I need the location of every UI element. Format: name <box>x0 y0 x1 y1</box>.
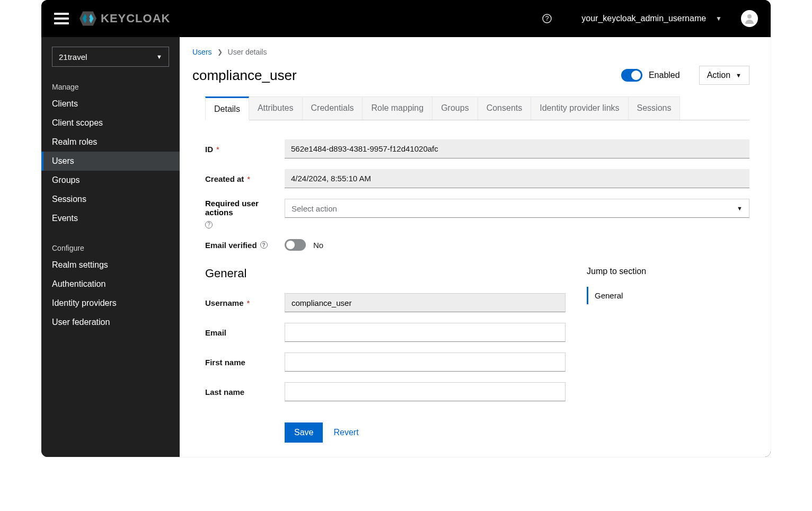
realm-name: 21travel <box>59 52 87 61</box>
last-name-label: Last name <box>205 387 244 397</box>
required-user-actions-label: Required user actions <box>205 199 285 217</box>
topbar: KEYCLOAK ? your_keycloak_admin_username … <box>41 0 771 37</box>
tab-groups[interactable]: Groups <box>433 96 478 120</box>
realm-selector[interactable]: 21travel ▼ <box>52 47 169 67</box>
id-label: ID <box>205 145 213 154</box>
help-icon[interactable]: ? <box>260 241 268 249</box>
select-placeholder: Select action <box>292 204 337 213</box>
sidebar-item-realm-settings[interactable]: Realm settings <box>41 256 180 275</box>
logo-text: KEYCLOAK <box>101 12 170 25</box>
breadcrumb-users-link[interactable]: Users <box>192 48 212 56</box>
user-menu[interactable]: your_keycloak_admin_username ▼ <box>581 14 722 23</box>
page-title: compliance_user <box>192 67 297 84</box>
save-button[interactable]: Save <box>285 422 323 443</box>
enabled-label: Enabled <box>649 71 680 80</box>
sidebar: 21travel ▼ Manage Clients Client scopes … <box>41 37 180 457</box>
action-dropdown[interactable]: Action ▼ <box>699 66 749 85</box>
email-verified-toggle[interactable] <box>285 239 306 251</box>
keycloak-logo-icon <box>80 11 96 26</box>
email-verified-value: No <box>313 241 323 250</box>
tab-details[interactable]: Details <box>205 96 249 120</box>
email-label: Email <box>205 328 226 337</box>
sidebar-item-clients[interactable]: Clients <box>41 94 180 113</box>
required-mark: * <box>247 174 250 183</box>
jump-item-general[interactable]: General <box>587 287 693 304</box>
sidebar-section-manage: Manage <box>41 76 180 94</box>
main-content: Users ❯ User details compliance_user Ena… <box>180 37 771 457</box>
username-label: your_keycloak_admin_username <box>581 14 706 23</box>
username-input[interactable] <box>285 293 566 312</box>
sidebar-item-identity-providers[interactable]: Identity providers <box>41 294 180 313</box>
enabled-toggle[interactable] <box>621 69 642 82</box>
first-name-input[interactable] <box>285 353 566 372</box>
required-mark: * <box>216 145 219 154</box>
jump-to-section-heading: Jump to section <box>587 267 693 276</box>
caret-down-icon: ▼ <box>156 54 162 60</box>
caret-down-icon: ▼ <box>737 205 743 212</box>
sidebar-item-groups[interactable]: Groups <box>41 171 180 190</box>
first-name-label: First name <box>205 358 245 367</box>
caret-down-icon: ▼ <box>736 72 742 78</box>
required-user-actions-select[interactable]: Select action ▼ <box>285 199 749 218</box>
tab-identity-provider-links[interactable]: Identity provider links <box>531 96 628 120</box>
sidebar-section-configure: Configure <box>41 237 180 256</box>
username-label: Username <box>205 298 244 307</box>
sidebar-item-user-federation[interactable]: User federation <box>41 313 180 332</box>
help-icon[interactable]: ? <box>205 221 213 228</box>
tab-attributes[interactable]: Attributes <box>249 96 303 120</box>
breadcrumb: Users ❯ User details <box>192 48 749 56</box>
sidebar-item-sessions[interactable]: Sessions <box>41 190 180 209</box>
tab-consents[interactable]: Consents <box>478 96 532 120</box>
sidebar-item-users[interactable]: Users <box>41 152 180 171</box>
last-name-input[interactable] <box>285 382 566 401</box>
tab-credentials[interactable]: Credentials <box>303 96 363 120</box>
sidebar-item-realm-roles[interactable]: Realm roles <box>41 133 180 152</box>
email-input[interactable] <box>285 323 566 342</box>
required-mark: * <box>247 298 250 307</box>
svg-text:?: ? <box>545 15 549 22</box>
logo[interactable]: KEYCLOAK <box>80 11 170 26</box>
tab-role-mapping[interactable]: Role mapping <box>363 96 433 120</box>
svg-point-2 <box>747 14 752 19</box>
tab-sessions[interactable]: Sessions <box>629 96 681 120</box>
created-at-label: Created at <box>205 174 244 183</box>
action-label: Action <box>707 71 730 80</box>
created-at-value: 4/24/2024, 8:55:10 AM <box>285 169 749 188</box>
help-icon[interactable]: ? <box>542 14 552 23</box>
caret-down-icon: ▼ <box>716 15 722 22</box>
sidebar-item-events[interactable]: Events <box>41 209 180 228</box>
avatar[interactable] <box>741 10 758 27</box>
hamburger-menu-icon[interactable] <box>54 13 69 24</box>
tabs: Details Attributes Credentials Role mapp… <box>205 96 749 120</box>
email-verified-label: Email verified <box>205 241 257 250</box>
chevron-right-icon: ❯ <box>217 48 223 56</box>
sidebar-item-authentication[interactable]: Authentication <box>41 275 180 294</box>
sidebar-item-client-scopes[interactable]: Client scopes <box>41 113 180 133</box>
general-heading: General <box>205 267 566 280</box>
id-value: 562e1484-d893-4381-9957-f12d41020afc <box>285 139 749 158</box>
revert-button[interactable]: Revert <box>333 428 358 437</box>
breadcrumb-current: User details <box>228 48 267 56</box>
